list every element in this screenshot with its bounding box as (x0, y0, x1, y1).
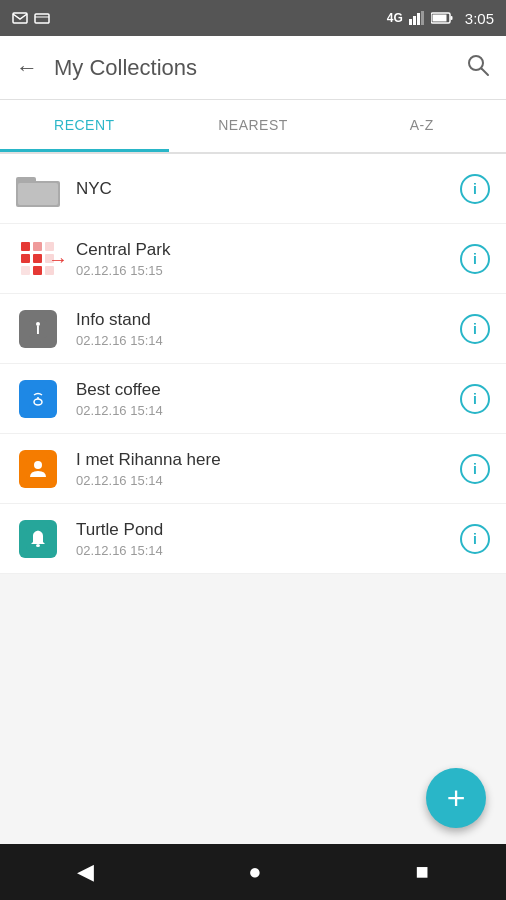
item-name: Central Park (76, 240, 460, 260)
tab-az[interactable]: A-Z (337, 100, 506, 152)
search-button[interactable] (466, 53, 490, 83)
nav-recents-button[interactable]: ■ (416, 859, 429, 885)
info-button-central-park[interactable]: i (460, 244, 490, 274)
item-icon-person (16, 447, 60, 491)
list-item[interactable]: I met Rihanna here 02.12.16 15:14 i (0, 434, 506, 504)
info-button-rihanna[interactable]: i (460, 454, 490, 484)
item-icon-coffee (16, 377, 60, 421)
item-text: NYC (76, 179, 460, 199)
list-item[interactable]: NYC i (0, 154, 506, 224)
info-button-turtle-pond[interactable]: i (460, 524, 490, 554)
item-text: Best coffee 02.12.16 15:14 (76, 380, 460, 418)
page-title: My Collections (54, 55, 466, 81)
status-bar: 4G 3:05 (0, 0, 506, 36)
collection-list: NYC i → Central Park 02.12.16 15:15 i (0, 153, 506, 574)
signal-icon (409, 11, 425, 25)
svg-rect-6 (421, 11, 424, 25)
svg-rect-1 (35, 14, 49, 23)
person-icon-box (19, 450, 57, 488)
list-item[interactable]: → Central Park 02.12.16 15:15 i (0, 224, 506, 294)
nav-home-button[interactable]: ● (248, 859, 261, 885)
item-name: Turtle Pond (76, 520, 460, 540)
svg-line-11 (482, 68, 489, 75)
svg-rect-4 (413, 16, 416, 25)
svg-rect-3 (409, 19, 412, 25)
info-button-info-stand[interactable]: i (460, 314, 490, 344)
svg-rect-14 (18, 183, 58, 205)
status-time: 3:05 (465, 10, 494, 27)
status-icons: 4G 3:05 (387, 10, 494, 27)
item-date: 02.12.16 15:14 (76, 403, 460, 418)
battery-icon (431, 12, 453, 24)
item-name: Info stand (76, 310, 460, 330)
add-collection-fab[interactable]: + (426, 768, 486, 828)
svg-rect-24 (36, 544, 40, 547)
svg-point-17 (36, 322, 40, 326)
item-text: Central Park 02.12.16 15:15 (76, 240, 460, 278)
notification-icon1 (12, 12, 28, 24)
navigation-bar: ◀ ● ■ (0, 844, 506, 900)
item-date: 02.12.16 15:15 (76, 263, 460, 278)
list-item[interactable]: Best coffee 02.12.16 15:14 i (0, 364, 506, 434)
item-name: Best coffee (76, 380, 460, 400)
list-item[interactable]: i Info stand 02.12.16 15:14 i (0, 294, 506, 364)
coffee-icon-box (19, 380, 57, 418)
item-text: I met Rihanna here 02.12.16 15:14 (76, 450, 460, 488)
tab-recent[interactable]: RECENT (0, 100, 169, 152)
nav-back-button[interactable]: ◀ (77, 859, 94, 885)
item-date: 02.12.16 15:14 (76, 333, 460, 348)
tabs-bar: RECENT NEAREST A-Z (0, 100, 506, 153)
item-name: NYC (76, 179, 460, 199)
svg-rect-5 (417, 13, 420, 25)
svg-rect-8 (432, 15, 446, 22)
item-icon-info-stand: i (16, 307, 60, 351)
search-icon (466, 53, 490, 77)
svg-rect-0 (13, 13, 27, 23)
item-date: 02.12.16 15:14 (76, 543, 460, 558)
item-icon-route: → (16, 237, 60, 281)
svg-point-25 (37, 530, 40, 533)
status-bar-left (12, 12, 50, 24)
svg-point-22 (34, 461, 42, 469)
item-text: Turtle Pond 02.12.16 15:14 (76, 520, 460, 558)
item-date: 02.12.16 15:14 (76, 473, 460, 488)
back-button[interactable]: ← (16, 55, 38, 81)
item-name: I met Rihanna here (76, 450, 460, 470)
info-stand-icon-box: i (19, 310, 57, 348)
item-text: Info stand 02.12.16 15:14 (76, 310, 460, 348)
bell-icon-box (19, 520, 57, 558)
info-button-best-coffee[interactable]: i (460, 384, 490, 414)
list-item[interactable]: Turtle Pond 02.12.16 15:14 i (0, 504, 506, 574)
info-button-nyc[interactable]: i (460, 174, 490, 204)
notification-icon2 (34, 12, 50, 24)
tab-nearest[interactable]: NEAREST (169, 100, 338, 152)
svg-rect-9 (450, 16, 452, 20)
item-icon-bell (16, 517, 60, 561)
item-icon-folder (16, 167, 60, 211)
toolbar: ← My Collections (0, 36, 506, 100)
signal-label: 4G (387, 11, 403, 25)
